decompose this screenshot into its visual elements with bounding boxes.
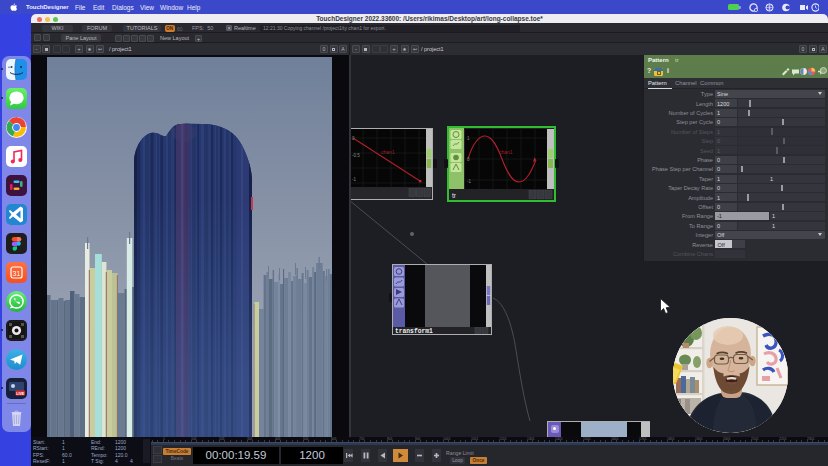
svg-text:-0.5: -0.5 — [352, 153, 360, 158]
svg-text:LIVE: LIVE — [16, 392, 25, 396]
svg-text:chan1: chan1 — [381, 149, 395, 155]
svg-text:chan1: chan1 — [499, 149, 513, 155]
svg-text:-1: -1 — [467, 179, 471, 184]
svg-text:31: 31 — [13, 270, 21, 277]
svg-text:transform1: transform1 — [395, 328, 433, 334]
svg-text:-1: -1 — [352, 177, 356, 182]
